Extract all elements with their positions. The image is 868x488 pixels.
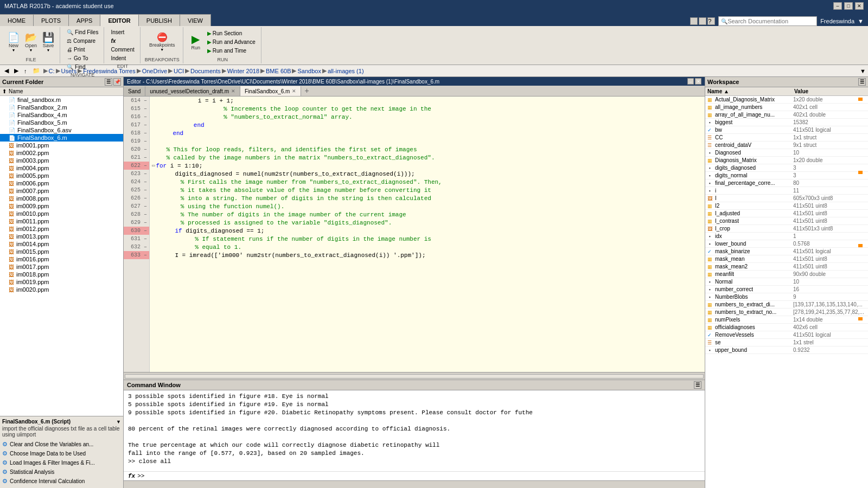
tab-publish[interactable]: PUBLISH — [139, 14, 180, 26]
ws-variable-row[interactable]: ▦ all_image_numbers 402x1 cell — [705, 104, 868, 111]
save2-icon[interactable] — [699, 17, 706, 25]
addr-c[interactable]: C: — [49, 68, 55, 74]
addr-docs[interactable]: Documents — [190, 68, 221, 74]
ws-variable-row[interactable]: ☰ centroid_dataV 9x1 struct — [705, 142, 868, 149]
tab-add-button[interactable]: + — [301, 85, 312, 96]
list-item[interactable]: 🖼 im0013.ppm — [0, 233, 123, 240]
ws-variable-row[interactable]: ☰ CC 1x1 struct — [705, 134, 868, 142]
ws-variable-row[interactable]: ☰ se 1x1 strel — [705, 339, 868, 346]
addr-forward[interactable]: ▶ — [12, 66, 21, 75]
shortcut-confidence[interactable]: ⚙ Confidence Interval Calculation — [2, 477, 121, 486]
list-item[interactable]: 📄 final_sandbox.m — [0, 96, 123, 104]
list-item[interactable]: 🖼 im0002.ppm — [0, 149, 123, 157]
ws-variable-row[interactable]: ▦ I2 411x501 uint8 — [705, 202, 868, 210]
ws-variable-row[interactable]: ▪ Normal 10 — [705, 278, 868, 286]
new-dropdown[interactable]: ▼ — [12, 48, 16, 52]
minimize-button[interactable]: – — [833, 2, 842, 10]
list-item[interactable]: 🖼 im0004.ppm — [0, 164, 123, 172]
ws-col-name[interactable]: Name ▲ — [705, 88, 792, 95]
list-item[interactable]: 🖼 im0003.ppm — [0, 157, 123, 164]
bottom-expand[interactable]: ▼ — [116, 419, 121, 425]
insert-button[interactable]: Insert — [108, 28, 136, 36]
hscroll-track[interactable] — [125, 374, 704, 378]
list-item[interactable]: 🖼 im0018.ppm — [0, 271, 123, 278]
list-item[interactable]: 📄 FinalSandbox_2.m — [0, 104, 123, 111]
run-advance-button[interactable]: ▶ Run and Advance — [205, 38, 258, 46]
ws-variable-row[interactable]: ▪ lower_bound 0.5768 — [705, 240, 868, 248]
save-dropdown[interactable]: ▼ — [47, 48, 50, 52]
list-item[interactable]: 🖼 im0005.ppm — [0, 172, 123, 179]
ws-variable-row[interactable]: ▦ numPixels 1x14 double — [705, 316, 868, 324]
ws-variable-row[interactable]: ▪ upper_bound 0.9232 — [705, 346, 868, 354]
ws-variable-row[interactable]: ▪ digits_diagnosed 3 — [705, 164, 868, 172]
cw-options-button[interactable]: ☰ — [694, 381, 701, 389]
run-button[interactable]: ▶ Run — [188, 32, 204, 52]
tab-home[interactable]: HOME — [0, 14, 34, 26]
ws-variable-row[interactable]: ▪ idx 1 — [705, 233, 868, 240]
print-button[interactable]: 🖨 Print — [65, 46, 100, 54]
ws-variable-row[interactable]: ✓ mask_binarize 411x501 logical — [705, 248, 868, 255]
tab-plots[interactable]: PLOTS — [34, 14, 69, 26]
tab-view[interactable]: VIEW — [180, 14, 211, 26]
goto-button[interactable]: → Go To — [65, 54, 100, 62]
ws-variable-row[interactable]: ▪ final_percentage_corre... 80 — [705, 179, 868, 187]
addr-winter[interactable]: Winter 2018 — [227, 68, 259, 74]
compare-button[interactable]: ⚖ Compare — [65, 37, 100, 45]
save-icon[interactable] — [690, 17, 698, 25]
addr-onedrive[interactable]: OneDrive — [142, 68, 167, 74]
ws-variable-row[interactable]: ▦ Actual_Diagnosis_Matrix 1x20 double — [705, 96, 868, 104]
list-item[interactable]: 🖼 im0010.ppm — [0, 210, 123, 217]
cw-input[interactable] — [146, 473, 700, 479]
ws-variable-row[interactable]: ▪ NumberBlobs 9 — [705, 293, 868, 301]
tab-vessel[interactable]: unused_vesselDetection_draft.m ✕ — [145, 86, 240, 96]
list-item[interactable]: 🖼 im0001.ppm — [0, 142, 123, 149]
ws-variable-row[interactable]: ▪ i 11 — [705, 187, 868, 195]
folder-options-button[interactable]: ☰ — [105, 78, 112, 86]
ws-variable-row[interactable]: ▦ officialdiagnoses 402x6 cell — [705, 324, 868, 331]
ws-variable-row[interactable]: ▪ biggest 15382 — [705, 119, 868, 126]
ws-variable-row[interactable]: 🖼 I 605x700x3 uint8 — [705, 195, 868, 202]
file-list-header[interactable]: ⬆ Name — [0, 87, 123, 96]
addr-uci[interactable]: UCI — [174, 68, 184, 74]
ws-variable-row[interactable]: ▦ meanfilt 90x90 double — [705, 271, 868, 278]
list-item[interactable]: 🖼 im0006.ppm — [0, 179, 123, 187]
list-item[interactable]: 🖼 im0019.ppm — [0, 278, 123, 286]
code-content[interactable]: i = i + 1; % Increments the loop counter… — [150, 97, 705, 372]
ws-variable-row[interactable]: ▪ digits_normal 3 — [705, 172, 868, 179]
shortcut-load[interactable]: ⚙ Load Images & Filter Images & Fi... — [2, 458, 121, 467]
code-scrollbar-horizontal[interactable] — [124, 372, 705, 380]
ws-variable-row[interactable]: ▦ I_contrast 411x501 uint8 — [705, 217, 868, 225]
addr-up[interactable]: ↑ — [22, 67, 29, 75]
cw-scrollbar-horizontal[interactable] — [124, 480, 705, 488]
folder-pin-button[interactable]: 📌 — [113, 78, 121, 86]
ws-variable-row[interactable]: ▦ numbers_to_extract_no... [278,199,241,… — [705, 309, 868, 316]
list-item[interactable]: 🖼 im0015.ppm — [0, 248, 123, 255]
addr-bme[interactable]: BME 60B — [266, 68, 291, 74]
addr-allimages[interactable]: all-images (1) — [328, 68, 364, 74]
list-item[interactable]: 🖼 im0016.ppm — [0, 255, 123, 263]
breakpoints-dropdown[interactable]: ▼ — [160, 48, 164, 52]
open-button[interactable]: 📂 Open ▼ — [23, 31, 39, 54]
addr-sandbox[interactable]: Sandbox — [297, 68, 321, 74]
ws-variable-row[interactable]: ▦ Diagnosis_Matrix 1x20 double — [705, 157, 868, 164]
fx-button[interactable]: fx — [108, 37, 136, 45]
ws-variable-row[interactable]: ✓ bw 411x501 logical — [705, 126, 868, 134]
editor-close-button[interactable]: ✕ — [695, 78, 701, 85]
addr-back[interactable]: ◀ — [2, 66, 11, 75]
cw-content[interactable]: 3 possible spots identified in figure #1… — [124, 390, 705, 471]
list-item[interactable]: 🖼 im0014.ppm — [0, 240, 123, 248]
help-icon[interactable]: ? — [707, 17, 715, 25]
ws-variable-row[interactable]: ▪ Diagnosed 10 — [705, 149, 868, 157]
search-input[interactable] — [727, 18, 814, 24]
list-item-selected[interactable]: 📄 FinalSandbox_6.m — [0, 134, 123, 142]
shortcut-choose[interactable]: ⚙ Choose Image Data to be Used — [2, 449, 121, 458]
tab-finalsandbox-close[interactable]: ✕ — [292, 88, 296, 94]
ws-col-value[interactable]: Value — [792, 88, 868, 95]
save-button[interactable]: 💾 Save ▼ — [40, 31, 56, 54]
tab-finalsandbox[interactable]: FinalSandbox_6.m ✕ — [240, 86, 301, 96]
new-button[interactable]: 📄 New ▼ — [5, 31, 22, 54]
ws-variable-row[interactable]: ▦ array_of_all_image_nu... 402x1 double — [705, 111, 868, 119]
list-item[interactable]: 🖼 im0020.ppm — [0, 286, 123, 293]
tab-vessel-close[interactable]: ✕ — [231, 88, 235, 94]
addr-users[interactable]: Users — [61, 68, 77, 74]
